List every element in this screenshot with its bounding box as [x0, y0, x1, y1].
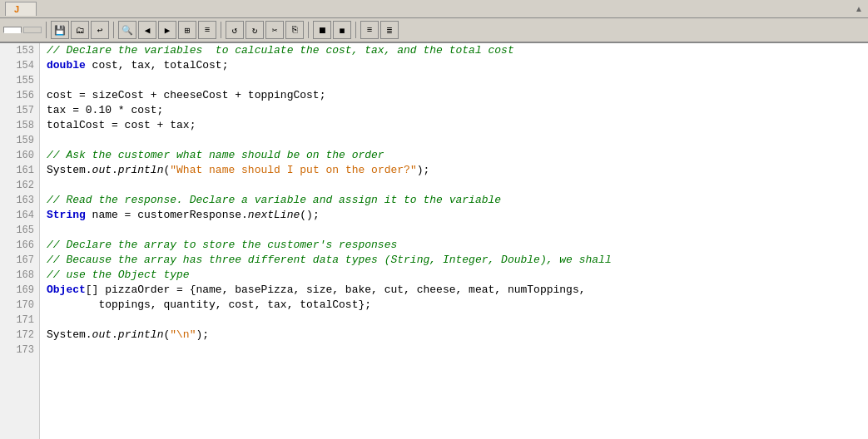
toolbar-btn-stop2[interactable]: ◼ [333, 21, 351, 39]
java-file-icon: J [14, 4, 19, 14]
code-line: String name = customerResponse.nextLine(… [47, 208, 861, 223]
line-number: 158 [0, 118, 39, 133]
toolbar-btn-stop[interactable]: ⏹ [313, 21, 331, 39]
code-line: // Declare the variables to calculate th… [47, 43, 861, 58]
line-number: 154 [0, 58, 39, 73]
code-line: // Ask the customer what name should be … [47, 148, 861, 163]
toolbar-btn-format2[interactable]: ≣ [380, 21, 399, 39]
line-number: 159 [0, 133, 39, 148]
title-bar-spacer: ▲ [855, 4, 863, 13]
code-line: totalCost = cost + tax; [47, 118, 861, 133]
code-editor: 1531541551561571581591601611621631641651… [0, 43, 868, 439]
toolbar-btn-copy[interactable]: ⎘ [285, 21, 304, 39]
line-number: 153 [0, 43, 39, 58]
toolbar-btn-findall[interactable]: ⊞ [178, 21, 196, 39]
line-number: 156 [0, 88, 39, 103]
line-number: 162 [0, 178, 39, 193]
line-number: 164 [0, 208, 39, 223]
code-line: cost = sizeCost + cheeseCost + toppingCo… [47, 88, 861, 103]
code-line: tax = 0.10 * cost; [47, 103, 861, 118]
line-number: 167 [0, 253, 39, 268]
toolbar-btn-redo[interactable]: ↻ [246, 21, 264, 39]
toolbar-sep-5 [355, 22, 356, 38]
code-line [47, 343, 861, 358]
line-number: 172 [0, 328, 39, 343]
code-line: // use the Object type [47, 268, 861, 283]
code-line [47, 313, 861, 328]
line-number: 160 [0, 148, 39, 163]
toolbar-btn-findsel[interactable]: ≡ [198, 21, 216, 39]
code-line [47, 133, 861, 148]
line-number-gutter: 1531541551561571581591601611621631641651… [0, 43, 40, 439]
toolbar-btn-find[interactable]: 🔍 [118, 21, 136, 39]
toolbar-btn-save2[interactable]: 🗂 [71, 21, 89, 39]
toolbar-sep-3 [221, 22, 221, 38]
toolbar-btn-revert[interactable]: ↩ [91, 21, 109, 39]
line-number: 157 [0, 103, 39, 118]
code-line: // Read the response. Declare a variable… [47, 193, 861, 208]
line-number: 155 [0, 73, 39, 88]
line-number: 170 [0, 298, 39, 313]
line-number: 166 [0, 238, 39, 253]
line-number: 168 [0, 268, 39, 283]
code-line [47, 73, 861, 88]
file-tab[interactable]: J [5, 2, 37, 16]
toolbar-btn-next[interactable]: ▶ [158, 21, 176, 39]
code-line [47, 223, 861, 238]
toolbar-btn-save[interactable]: 💾 [51, 21, 69, 39]
toolbar: 💾 🗂 ↩ 🔍 ◀ ▶ ⊞ ≡ ↺ ↻ ✂ ⎘ ⏹ ◼ ≡ ≣ [0, 18, 868, 43]
toolbar-sep-4 [308, 22, 309, 38]
code-line: System.out.println("What name should I p… [47, 163, 861, 178]
toolbar-btn-format[interactable]: ≡ [360, 21, 379, 39]
line-number: 165 [0, 223, 39, 238]
title-bar: J ▲ [0, 0, 868, 18]
code-line: // Because the array has three different… [47, 253, 861, 268]
line-number: 161 [0, 163, 39, 178]
line-number: 169 [0, 283, 39, 298]
toolbar-sep-1 [46, 22, 47, 38]
code-line: // Declare the array to store the custom… [47, 238, 861, 253]
tab-source[interactable] [3, 27, 22, 33]
toolbar-btn-cut[interactable]: ✂ [265, 21, 284, 39]
toolbar-btn-prev[interactable]: ◀ [138, 21, 156, 39]
line-number: 163 [0, 193, 39, 208]
code-line [47, 178, 861, 193]
line-number: 173 [0, 343, 39, 358]
tab-history[interactable] [23, 27, 42, 33]
toolbar-sep-2 [113, 22, 114, 38]
code-line: System.out.println("\n"); [47, 328, 861, 343]
code-line: double cost, tax, totalCost; [47, 58, 861, 73]
line-number: 171 [0, 313, 39, 328]
toolbar-btn-undo[interactable]: ↺ [226, 21, 244, 39]
code-view[interactable]: // Declare the variables to calculate th… [40, 43, 868, 439]
code-line: toppings, quantity, cost, tax, totalCost… [47, 298, 861, 313]
code-line: Object[] pizzaOrder = {name, basePizza, … [47, 283, 861, 298]
